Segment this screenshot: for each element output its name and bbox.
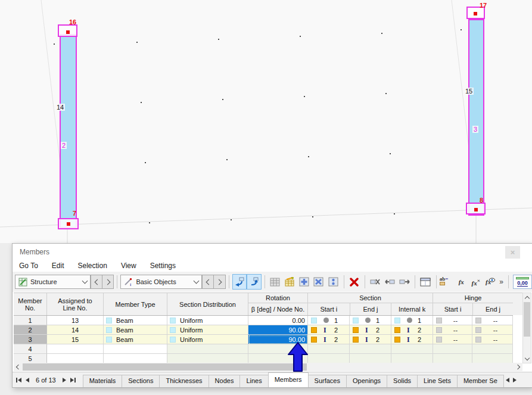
sync-graphics-to-table-button[interactable] bbox=[232, 274, 247, 290]
clear-row-button[interactable] bbox=[312, 274, 326, 290]
row-number-cell[interactable]: 2 bbox=[14, 325, 47, 335]
first-table-button[interactable] bbox=[16, 378, 21, 382]
node-16-marker[interactable] bbox=[66, 30, 70, 34]
model-viewport[interactable]: 16 14 2 7 17 15 3 8 bbox=[0, 0, 532, 243]
section-start-cell[interactable]: I 2 bbox=[308, 335, 350, 344]
decimal-places-button[interactable]: 0,00 bbox=[513, 275, 532, 289]
section-distribution-cell[interactable]: Uniform bbox=[167, 325, 248, 335]
section-start-cell[interactable] bbox=[308, 354, 350, 363]
section-internal-cell[interactable]: 1 bbox=[391, 316, 433, 325]
section-end-cell[interactable] bbox=[350, 354, 391, 363]
horizontal-scrollbar[interactable] bbox=[14, 363, 522, 371]
tab-line-sets[interactable]: Line Sets bbox=[417, 375, 458, 387]
hinge-start-cell[interactable] bbox=[433, 344, 472, 354]
hinge-end-cell[interactable] bbox=[472, 354, 513, 363]
tab-member-sets[interactable]: Member Se bbox=[457, 375, 504, 387]
section-end-cell[interactable]: I 2 bbox=[350, 325, 391, 335]
vertical-scrollbar[interactable] bbox=[522, 293, 531, 363]
view-next-button[interactable] bbox=[102, 275, 114, 289]
hinge-end-cell[interactable] bbox=[472, 344, 513, 354]
node-7-marker[interactable] bbox=[67, 222, 70, 226]
formula-visibility-button[interactable]: fx bbox=[483, 274, 497, 290]
node-8-marker[interactable] bbox=[474, 208, 478, 212]
section-distribution-cell[interactable] bbox=[167, 344, 248, 354]
hinge-start-cell[interactable]: -- bbox=[433, 335, 472, 344]
hinge-end-cell[interactable]: -- bbox=[472, 335, 513, 344]
member-type-cell[interactable]: Beam bbox=[104, 325, 167, 335]
assigned-line-cell[interactable]: 15 bbox=[47, 335, 104, 344]
menu-goto[interactable]: Go To bbox=[19, 262, 38, 270]
menu-selection[interactable]: Selection bbox=[78, 262, 107, 270]
toolbar-overflow-button[interactable]: » bbox=[497, 278, 505, 286]
assigned-line-cell[interactable] bbox=[47, 344, 104, 354]
section-distribution-cell[interactable]: Uniform bbox=[167, 335, 248, 344]
hinge-end-cell[interactable]: -- bbox=[472, 325, 513, 335]
section-start-cell[interactable]: I 2 bbox=[308, 325, 350, 335]
section-end-cell[interactable]: I 2 bbox=[350, 335, 391, 344]
object-next-button[interactable] bbox=[214, 275, 226, 289]
tab-members[interactable]: Members bbox=[268, 372, 309, 387]
titlebar[interactable]: Members × bbox=[13, 244, 532, 259]
scroll-up-button[interactable] bbox=[523, 293, 531, 301]
menu-edit[interactable]: Edit bbox=[52, 262, 64, 270]
section-distribution-cell[interactable] bbox=[167, 354, 248, 363]
object-prev-button[interactable] bbox=[202, 275, 214, 289]
section-start-cell[interactable]: 1 bbox=[308, 316, 350, 325]
section-internal-cell[interactable] bbox=[391, 354, 433, 363]
close-button[interactable]: × bbox=[505, 246, 520, 259]
member-type-cell[interactable] bbox=[104, 344, 167, 354]
assigned-line-cell[interactable]: 14 bbox=[47, 325, 104, 335]
tab-openings[interactable]: Openings bbox=[346, 375, 387, 387]
view-prev-button[interactable] bbox=[91, 275, 102, 289]
next-table-button[interactable] bbox=[63, 378, 66, 382]
formula-delete-button[interactable]: fx× bbox=[469, 274, 483, 290]
hinge-start-cell[interactable] bbox=[433, 354, 472, 363]
member-type-cell[interactable]: Beam bbox=[104, 316, 167, 325]
insert-row-below-button[interactable] bbox=[397, 274, 412, 290]
section-start-cell[interactable] bbox=[308, 344, 350, 354]
row-number-cell[interactable]: 1 bbox=[14, 316, 47, 325]
hinge-start-cell[interactable]: -- bbox=[433, 325, 472, 335]
section-internal-cell[interactable]: I 2 bbox=[391, 325, 433, 335]
insert-row-above-button[interactable] bbox=[382, 274, 397, 290]
scroll-right-button[interactable] bbox=[514, 363, 522, 371]
tab-thicknesses[interactable]: Thicknesses bbox=[159, 375, 209, 387]
hinge-start-cell[interactable]: -- bbox=[433, 316, 472, 325]
member-type-cell[interactable]: Beam bbox=[104, 335, 167, 344]
member-3-body[interactable] bbox=[468, 19, 484, 216]
assigned-line-cell[interactable] bbox=[47, 354, 104, 363]
assigned-line-cell[interactable]: 13 bbox=[47, 316, 104, 325]
section-internal-cell[interactable] bbox=[391, 344, 433, 354]
row-number-cell[interactable]: 5 bbox=[14, 354, 47, 363]
tab-sections[interactable]: Sections bbox=[122, 375, 160, 387]
delete-button[interactable] bbox=[347, 274, 362, 290]
tab-surfaces[interactable]: Surfaces bbox=[308, 375, 347, 387]
horizontal-scrollbar-thumb[interactable] bbox=[23, 363, 307, 371]
menu-view[interactable]: View bbox=[121, 262, 136, 270]
formula-button[interactable]: fx bbox=[454, 274, 468, 290]
member-2-body[interactable] bbox=[60, 34, 77, 228]
edit-table-button[interactable] bbox=[282, 274, 297, 290]
section-end-cell[interactable]: 1 bbox=[350, 316, 391, 325]
rotation-cell-selected[interactable]: 90.00 bbox=[248, 325, 308, 335]
table-view-button[interactable] bbox=[268, 274, 282, 290]
tab-scroll-right-button[interactable] bbox=[513, 378, 517, 382]
last-table-button[interactable] bbox=[70, 378, 76, 382]
tab-materials[interactable]: Materials bbox=[83, 375, 123, 387]
vertical-scrollbar-thumb[interactable] bbox=[524, 302, 530, 337]
previous-table-button[interactable] bbox=[26, 378, 29, 382]
panel-view-button[interactable] bbox=[418, 274, 433, 290]
row-number-cell[interactable]: 4 bbox=[14, 344, 47, 354]
scroll-left-button[interactable] bbox=[14, 363, 22, 371]
rename-button[interactable]: ab= bbox=[440, 274, 454, 290]
menu-settings[interactable]: Settings bbox=[150, 262, 176, 270]
section-end-cell[interactable] bbox=[350, 344, 391, 354]
tab-scroll-left-button[interactable] bbox=[506, 378, 509, 382]
member-type-cell[interactable] bbox=[104, 354, 167, 363]
tab-solids[interactable]: Solids bbox=[387, 375, 418, 387]
row-options-button[interactable] bbox=[326, 274, 340, 290]
tab-nodes[interactable]: Nodes bbox=[209, 375, 241, 387]
add-row-button[interactable] bbox=[297, 274, 311, 290]
row-number-cell[interactable]: 3 bbox=[14, 335, 47, 344]
hinge-end-cell[interactable]: -- bbox=[472, 316, 513, 325]
